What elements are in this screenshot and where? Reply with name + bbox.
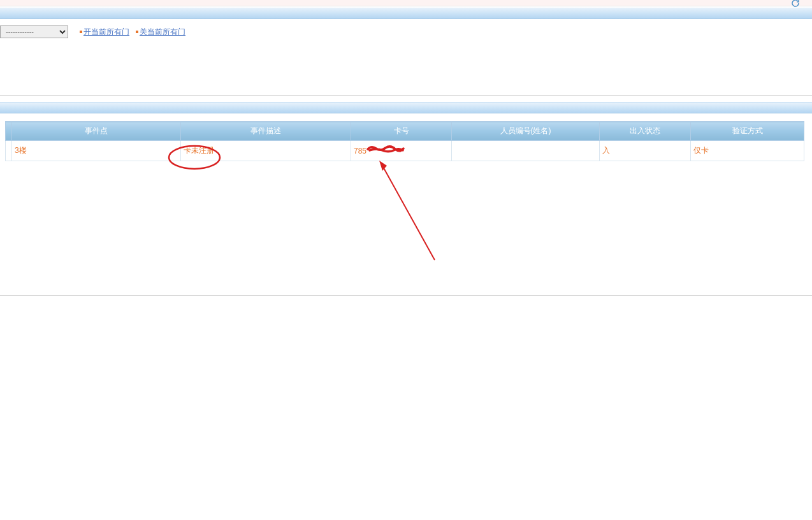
cell-card-no: 785 [351,141,452,161]
close-all-doors-label: 关当前所有门 [140,27,185,38]
close-all-doors-link[interactable]: 关当前所有门 [136,27,185,38]
section-header-bar-1 [0,8,812,19]
table-header-row: 事件点 事件描述 卡号 人员编号(姓名) 出入状态 验证方式 [6,122,804,141]
cell-person-id [452,141,600,161]
cell-verify-method: 仅卡 [691,141,804,161]
cell-event-point: 3楼 [12,141,181,161]
svg-marker-2 [379,161,387,171]
event-table-container: 事件点 事件描述 卡号 人员编号(姓名) 出入状态 验证方式 3楼 卡未注册 7… [0,121,812,161]
event-table: 事件点 事件描述 卡号 人员编号(姓名) 出入状态 验证方式 3楼 卡未注册 7… [5,121,804,161]
card-no-value: 785 [354,147,366,155]
cell-event-desc: 卡未注册 [181,141,351,161]
cell-spacer [6,141,12,161]
content-area [0,45,812,96]
open-all-doors-link[interactable]: 开当前所有门 [80,27,129,38]
section-header-bar-2 [0,102,812,113]
bullet-icon [136,31,138,33]
cell-in-out-status: 入 [600,141,691,161]
header-event-desc: 事件描述 [181,122,351,141]
top-bar [0,0,812,6]
header-person-id: 人员编号(姓名) [452,122,600,141]
header-in-out-status: 出入状态 [600,122,691,141]
open-all-doors-label: 开当前所有门 [83,27,129,38]
table-header-spacer [6,122,12,141]
toolbar: ------------ 开当前所有门 关当前所有门 [0,19,812,45]
svg-line-1 [382,166,435,260]
bottom-border [0,295,812,296]
refresh-icon[interactable] [790,0,801,8]
table-row[interactable]: 3楼 卡未注册 785 入 仅卡 [6,141,804,161]
header-card-no: 卡号 [351,122,452,141]
bullet-icon [80,31,82,33]
header-event-point: 事件点 [12,122,181,141]
header-verify-method: 验证方式 [691,122,804,141]
annotation-arrow [377,159,438,261]
link-group: 开当前所有门 关当前所有门 [80,27,185,38]
redaction-scribble [366,144,405,154]
door-selector[interactable]: ------------ [0,25,68,38]
